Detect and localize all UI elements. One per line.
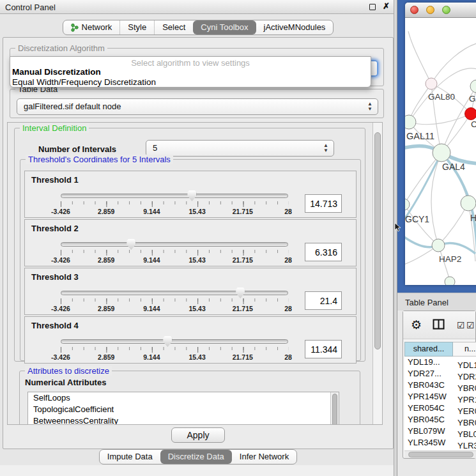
settings-scrollpane: Interval Definition Number of Intervals … <box>7 122 383 425</box>
gear-icon[interactable]: ⚙ <box>411 318 422 332</box>
tick-label: 2.859 <box>98 256 114 264</box>
slider-tick-labels: -3.4262.8599.14415.4321.71528 <box>61 305 288 313</box>
minimize-traffic-light-icon[interactable] <box>426 6 434 14</box>
scrollbar-thumb[interactable] <box>332 394 337 425</box>
interval-definition-group: Interval Definition Number of Intervals … <box>14 128 365 362</box>
attribute-list-item[interactable]: BetweennessCentrality <box>28 415 339 425</box>
combo-arrows-icon: ▲▼ <box>323 143 328 153</box>
node-hap2[interactable] <box>432 239 445 252</box>
dropdown-item-manual-discretization[interactable]: Manual Discretization <box>10 67 371 77</box>
threshold-4-value-field[interactable]: 11.344 <box>305 340 342 358</box>
tab-style[interactable]: Style <box>119 20 154 35</box>
slider-track[interactable] <box>61 194 288 198</box>
threshold-2-label: Threshold 2 <box>31 224 79 233</box>
column-header-shared-name[interactable]: shared... <box>404 342 453 357</box>
network-window-titlebar[interactable] <box>405 3 476 18</box>
table-row[interactable]: YDL19...YDL1 <box>404 357 476 368</box>
table-horizontal-scrollbar[interactable] <box>404 450 476 458</box>
tab-impute-data[interactable]: Impute Data <box>100 450 160 464</box>
network-canvas[interactable]: GAL80 GA C GAL11 GAL4 H GCY1 HAP2 <box>405 19 476 285</box>
dropdown-item-equal-width[interactable]: Equal Width/Frequency Discretization <box>10 77 371 88</box>
table-row[interactable]: YBR045CYBR0 <box>404 414 476 426</box>
node-bottom-partial[interactable] <box>445 277 455 285</box>
table-data-combobox[interactable]: galFiltered.sif default node ▲▼ <box>17 98 378 115</box>
slider-thumb[interactable] <box>163 336 172 347</box>
node-right-mid[interactable] <box>461 196 476 211</box>
numerical-attributes-list[interactable]: SelfLoopsTopologicalCoefficientBetweenne… <box>27 392 339 425</box>
settings-vertical-scrollbar[interactable] <box>372 123 382 424</box>
number-of-intervals-label: Number of Intervals <box>38 144 116 154</box>
checkbox-checked-icon[interactable]: ☑ <box>457 320 465 330</box>
tick-label: 9.144 <box>143 305 160 312</box>
column-header-name[interactable]: n... <box>453 342 476 357</box>
zoom-traffic-light-icon[interactable] <box>442 6 450 14</box>
table-cell-shared-name[interactable]: YDR27... <box>404 368 456 380</box>
tab-network-label: Network <box>82 20 112 35</box>
table-data-group: Table Data galFiltered.sif default node … <box>10 89 384 118</box>
table-cell-shared-name[interactable]: YER054C <box>404 403 456 414</box>
slider-thumb[interactable] <box>127 239 135 250</box>
node-selected-red[interactable] <box>465 108 476 120</box>
number-of-intervals-combobox[interactable]: 5 ▲▼ <box>146 140 334 157</box>
threshold-2-slider[interactable]: -3.4262.8599.14415.4321.71528 <box>61 236 288 266</box>
node-gcy1[interactable] <box>405 199 410 210</box>
attributes-scrollbar[interactable] <box>330 392 339 425</box>
tab-select[interactable]: Select <box>154 20 193 35</box>
slider-track[interactable] <box>61 242 288 247</box>
tick-label: 9.144 <box>143 208 160 215</box>
slider-thumb[interactable] <box>236 288 245 298</box>
scrollbar-thumb[interactable] <box>374 132 381 349</box>
node-gal4[interactable] <box>433 144 450 162</box>
tab-infer-network[interactable]: Infer Network <box>232 450 296 464</box>
table-cell-shared-name[interactable]: YPR145W <box>404 391 456 403</box>
slider-thumb[interactable] <box>187 190 196 201</box>
table-cell-shared-name[interactable]: YDL19... <box>404 357 456 368</box>
table-row[interactable]: YBL079WYBL0 <box>404 426 476 437</box>
algorithm-placeholder: Select algorithm to view settings <box>10 57 371 67</box>
threshold-4-panel: Threshold 4 -3.4262.8599.14415.4321.7152… <box>24 316 357 364</box>
node-gal11[interactable] <box>405 115 416 129</box>
node-partial-top-right[interactable] <box>470 80 476 93</box>
close-icon[interactable]: ✗ <box>383 1 390 11</box>
threshold-1-slider[interactable]: -3.4262.8599.14415.4321.71528 <box>61 188 288 217</box>
table-cell-shared-name[interactable]: YBL079W <box>404 426 456 437</box>
apply-button[interactable]: Apply <box>171 427 225 443</box>
slider-ticks <box>61 298 289 304</box>
tab-jactivemnodules[interactable]: jActiveMNodules <box>256 20 334 35</box>
threshold-3-value-field[interactable]: 21.4 <box>305 291 342 310</box>
attribute-list-item[interactable]: SelfLoops <box>28 392 339 404</box>
threshold-4-slider[interactable]: -3.4262.8599.14415.4321.71528 <box>61 334 288 363</box>
table-cell-shared-name[interactable]: YBR045C <box>404 414 456 426</box>
split-column-icon[interactable] <box>433 319 445 330</box>
slider-track[interactable] <box>61 339 288 344</box>
table-row[interactable]: YDR27...YDR2 <box>404 368 476 380</box>
tab-cyni-toolbox[interactable]: Cyni Toolbox <box>193 20 256 35</box>
table-row[interactable]: YLR345WYLR3 <box>404 437 476 449</box>
scrollbar-thumb[interactable] <box>408 452 473 457</box>
close-traffic-light-icon[interactable] <box>410 6 418 14</box>
slider-tick-labels: -3.4262.8599.14415.4321.71528 <box>61 353 288 362</box>
node-gal80[interactable] <box>426 78 437 89</box>
threshold-3-slider[interactable]: -3.4262.8599.14415.4321.71528 <box>61 285 288 314</box>
table-row[interactable]: YER054CYER0 <box>404 403 476 414</box>
threshold-1-value-field[interactable]: 14.713 <box>305 194 342 213</box>
slider-track[interactable] <box>61 291 288 295</box>
checkbox-checked-icon[interactable]: ☑ <box>466 320 475 330</box>
table-cell-shared-name[interactable]: YLR345W <box>404 437 456 449</box>
table-row[interactable]: YBR043CYBR0 <box>404 380 476 391</box>
table-row[interactable]: YPR145WYPR1 <box>404 391 476 403</box>
float-window-icon[interactable] <box>369 4 376 10</box>
tick-label: -3.426 <box>51 353 70 361</box>
tick-label: 15.43 <box>188 305 205 312</box>
threshold-4-label: Threshold 4 <box>31 321 79 330</box>
top-tab-bar: Network Style Select Cyni Toolbox jActiv… <box>0 20 396 35</box>
tab-network[interactable]: Network <box>63 20 120 35</box>
label-partial-mid: C <box>471 119 476 129</box>
tick-label: 9.144 <box>143 353 160 361</box>
tab-discretize-data[interactable]: Discretize Data <box>160 450 232 464</box>
tick-label: 28 <box>284 208 292 215</box>
attribute-list-item[interactable]: TopologicalCoefficient <box>28 404 339 415</box>
table-cell-shared-name[interactable]: YBR043C <box>404 380 456 391</box>
bottom-filler <box>0 465 396 476</box>
threshold-2-value-field[interactable]: 6.316 <box>305 243 342 261</box>
